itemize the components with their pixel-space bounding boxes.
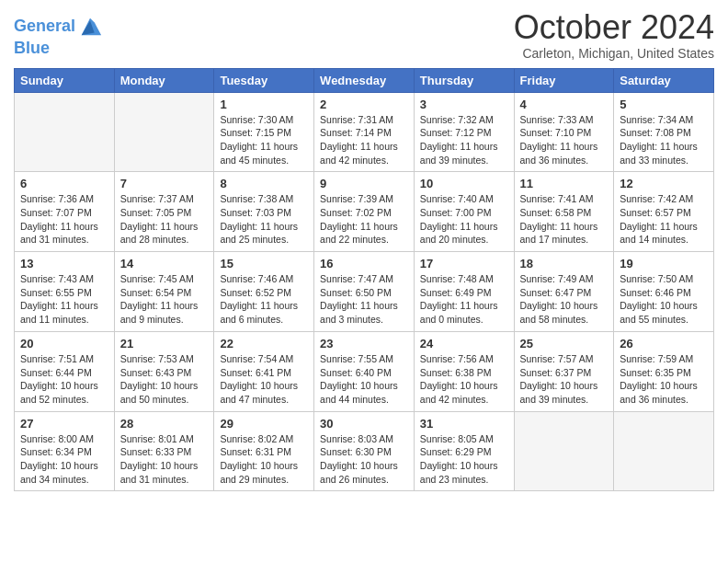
calendar-cell: 27Sunrise: 8:00 AMSunset: 6:34 PMDayligh… <box>15 411 115 491</box>
day-of-week-header: Monday <box>114 68 214 92</box>
day-number: 7 <box>120 177 209 190</box>
day-number: 27 <box>20 417 108 431</box>
day-number: 4 <box>520 98 609 111</box>
day-of-week-header: Sunday <box>15 68 115 92</box>
day-of-week-header: Wednesday <box>314 68 415 92</box>
day-number: 22 <box>220 337 308 350</box>
day-info: Sunrise: 7:45 AMSunset: 6:54 PMDaylight:… <box>120 272 209 327</box>
day-info: Sunrise: 7:57 AMSunset: 6:37 PMDaylight:… <box>520 352 609 407</box>
day-number: 1 <box>220 98 308 111</box>
day-number: 21 <box>120 337 209 350</box>
day-info: Sunrise: 7:37 AMSunset: 7:05 PMDaylight:… <box>120 192 209 247</box>
day-number: 28 <box>120 417 209 431</box>
day-of-week-header: Saturday <box>614 68 714 92</box>
logo: General Blue <box>14 14 103 58</box>
calendar-cell: 5Sunrise: 7:34 AMSunset: 7:08 PMDaylight… <box>614 92 714 172</box>
day-number: 24 <box>420 337 508 350</box>
day-info: Sunrise: 7:55 AMSunset: 6:40 PMDaylight:… <box>320 352 408 407</box>
day-number: 3 <box>420 98 508 111</box>
day-number: 8 <box>220 177 308 190</box>
day-number: 14 <box>120 257 209 270</box>
calendar-cell: 13Sunrise: 7:43 AMSunset: 6:55 PMDayligh… <box>15 252 115 332</box>
day-of-week-header: Tuesday <box>214 68 314 92</box>
calendar-cell: 20Sunrise: 7:51 AMSunset: 6:44 PMDayligh… <box>15 331 115 411</box>
day-info: Sunrise: 7:39 AMSunset: 7:02 PMDaylight:… <box>320 192 408 247</box>
day-info: Sunrise: 7:48 AMSunset: 6:49 PMDaylight:… <box>420 272 508 327</box>
calendar-cell: 18Sunrise: 7:49 AMSunset: 6:47 PMDayligh… <box>514 252 614 332</box>
day-info: Sunrise: 7:38 AMSunset: 7:03 PMDaylight:… <box>220 192 308 247</box>
calendar-week-row: 27Sunrise: 8:00 AMSunset: 6:34 PMDayligh… <box>15 411 714 491</box>
calendar-cell: 15Sunrise: 7:46 AMSunset: 6:52 PMDayligh… <box>214 252 314 332</box>
calendar-cell: 22Sunrise: 7:54 AMSunset: 6:41 PMDayligh… <box>214 331 314 411</box>
calendar-cell: 3Sunrise: 7:32 AMSunset: 7:12 PMDaylight… <box>414 92 514 172</box>
day-info: Sunrise: 7:59 AMSunset: 6:35 PMDaylight:… <box>620 352 708 407</box>
calendar-cell <box>15 92 115 172</box>
day-number: 6 <box>20 177 108 190</box>
calendar-cell: 25Sunrise: 7:57 AMSunset: 6:37 PMDayligh… <box>514 331 614 411</box>
calendar-cell: 14Sunrise: 7:45 AMSunset: 6:54 PMDayligh… <box>114 252 214 332</box>
logo-icon <box>77 14 103 40</box>
calendar-cell <box>514 411 614 491</box>
day-number: 2 <box>320 98 408 111</box>
calendar-cell: 1Sunrise: 7:30 AMSunset: 7:15 PMDaylight… <box>214 92 314 172</box>
day-number: 29 <box>220 417 308 431</box>
calendar-cell: 10Sunrise: 7:40 AMSunset: 7:00 PMDayligh… <box>414 172 514 252</box>
day-info: Sunrise: 7:54 AMSunset: 6:41 PMDaylight:… <box>220 352 308 407</box>
day-number: 17 <box>420 257 508 270</box>
day-info: Sunrise: 7:32 AMSunset: 7:12 PMDaylight:… <box>420 113 508 167</box>
calendar-cell: 4Sunrise: 7:33 AMSunset: 7:10 PMDaylight… <box>514 92 614 172</box>
calendar-cell: 31Sunrise: 8:05 AMSunset: 6:29 PMDayligh… <box>414 411 514 491</box>
calendar-cell: 26Sunrise: 7:59 AMSunset: 6:35 PMDayligh… <box>614 331 714 411</box>
day-info: Sunrise: 7:56 AMSunset: 6:38 PMDaylight:… <box>420 352 508 407</box>
calendar-cell: 17Sunrise: 7:48 AMSunset: 6:49 PMDayligh… <box>414 252 514 332</box>
page: General Blue October 2024 Carleton, Mich… <box>0 0 728 505</box>
title-block: October 2024 Carleton, Michigan, United … <box>514 9 714 61</box>
day-number: 31 <box>420 417 508 431</box>
day-info: Sunrise: 7:33 AMSunset: 7:10 PMDaylight:… <box>520 113 609 167</box>
day-info: Sunrise: 7:53 AMSunset: 6:43 PMDaylight:… <box>120 352 209 407</box>
calendar-cell: 12Sunrise: 7:42 AMSunset: 6:57 PMDayligh… <box>614 172 714 252</box>
day-number: 18 <box>520 257 609 270</box>
day-number: 10 <box>420 177 508 190</box>
calendar-cell: 9Sunrise: 7:39 AMSunset: 7:02 PMDaylight… <box>314 172 415 252</box>
day-info: Sunrise: 7:43 AMSunset: 6:55 PMDaylight:… <box>20 272 108 327</box>
day-info: Sunrise: 7:51 AMSunset: 6:44 PMDaylight:… <box>20 352 108 407</box>
calendar-week-row: 20Sunrise: 7:51 AMSunset: 6:44 PMDayligh… <box>15 331 714 411</box>
calendar-week-row: 13Sunrise: 7:43 AMSunset: 6:55 PMDayligh… <box>15 252 714 332</box>
day-info: Sunrise: 8:03 AMSunset: 6:30 PMDaylight:… <box>320 432 408 487</box>
calendar-week-row: 1Sunrise: 7:30 AMSunset: 7:15 PMDaylight… <box>15 92 714 172</box>
day-info: Sunrise: 7:46 AMSunset: 6:52 PMDaylight:… <box>220 272 308 327</box>
calendar-cell: 7Sunrise: 7:37 AMSunset: 7:05 PMDaylight… <box>114 172 214 252</box>
day-info: Sunrise: 7:42 AMSunset: 6:57 PMDaylight:… <box>620 192 708 247</box>
day-number: 15 <box>220 257 308 270</box>
calendar-header-row: SundayMondayTuesdayWednesdayThursdayFrid… <box>15 68 714 92</box>
day-number: 11 <box>520 177 609 190</box>
day-info: Sunrise: 7:40 AMSunset: 7:00 PMDaylight:… <box>420 192 508 247</box>
calendar-week-row: 6Sunrise: 7:36 AMSunset: 7:07 PMDaylight… <box>15 172 714 252</box>
logo-text: General <box>14 17 75 36</box>
day-of-week-header: Thursday <box>414 68 514 92</box>
calendar-cell: 21Sunrise: 7:53 AMSunset: 6:43 PMDayligh… <box>114 331 214 411</box>
day-info: Sunrise: 7:41 AMSunset: 6:58 PMDaylight:… <box>520 192 609 247</box>
calendar-cell: 16Sunrise: 7:47 AMSunset: 6:50 PMDayligh… <box>314 252 415 332</box>
day-info: Sunrise: 7:34 AMSunset: 7:08 PMDaylight:… <box>620 113 708 167</box>
day-info: Sunrise: 7:49 AMSunset: 6:47 PMDaylight:… <box>520 272 609 327</box>
calendar-cell <box>614 411 714 491</box>
day-number: 25 <box>520 337 609 350</box>
day-info: Sunrise: 8:01 AMSunset: 6:33 PMDaylight:… <box>120 432 209 487</box>
calendar-cell: 19Sunrise: 7:50 AMSunset: 6:46 PMDayligh… <box>614 252 714 332</box>
calendar-cell: 30Sunrise: 8:03 AMSunset: 6:30 PMDayligh… <box>314 411 415 491</box>
day-of-week-header: Friday <box>514 68 614 92</box>
day-info: Sunrise: 7:30 AMSunset: 7:15 PMDaylight:… <box>220 113 308 167</box>
day-number: 30 <box>320 417 408 431</box>
subtitle: Carleton, Michigan, United States <box>514 46 714 61</box>
day-number: 19 <box>620 257 708 270</box>
day-info: Sunrise: 7:36 AMSunset: 7:07 PMDaylight:… <box>20 192 108 247</box>
calendar-cell: 28Sunrise: 8:01 AMSunset: 6:33 PMDayligh… <box>114 411 214 491</box>
day-info: Sunrise: 8:00 AMSunset: 6:34 PMDaylight:… <box>20 432 108 487</box>
day-number: 12 <box>620 177 708 190</box>
calendar-cell: 29Sunrise: 8:02 AMSunset: 6:31 PMDayligh… <box>214 411 314 491</box>
calendar-cell: 8Sunrise: 7:38 AMSunset: 7:03 PMDaylight… <box>214 172 314 252</box>
day-info: Sunrise: 8:05 AMSunset: 6:29 PMDaylight:… <box>420 432 508 487</box>
day-info: Sunrise: 7:50 AMSunset: 6:46 PMDaylight:… <box>620 272 708 327</box>
